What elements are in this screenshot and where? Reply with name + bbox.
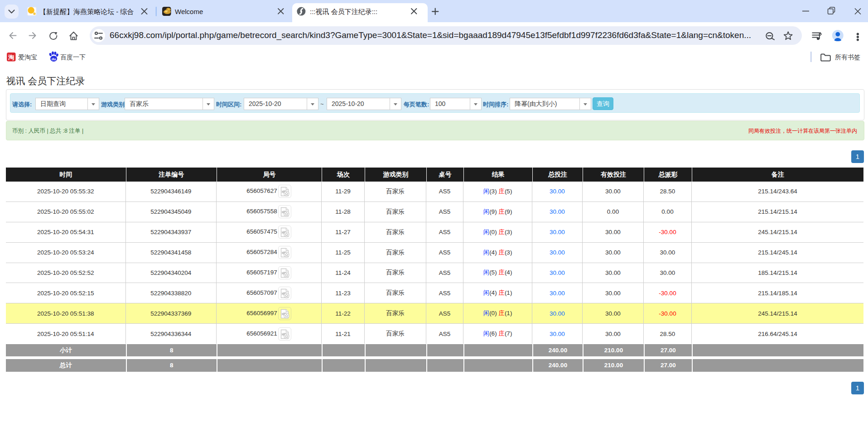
svg-text:淘: 淘 (8, 54, 14, 61)
svg-text:du: du (52, 57, 56, 61)
